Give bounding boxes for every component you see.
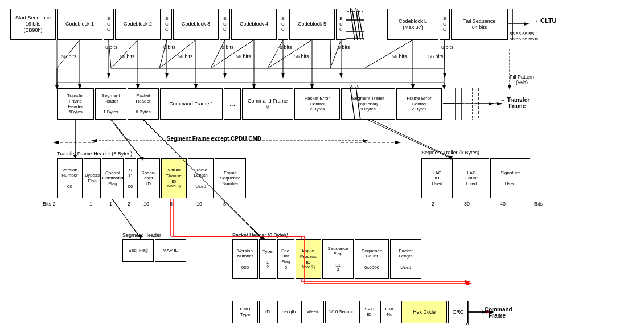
bits-scid: 10 [143, 201, 149, 207]
codeblock1-label: Codeblock 1 [65, 21, 94, 27]
cf-svc-id-box: SVCID [359, 301, 379, 323]
pkt-header-box: PacketHeader6 Bytes [128, 88, 159, 120]
8bits-label-6: 8 bits [441, 44, 454, 50]
tail-sequence-box: Tail Sequence64 bits [451, 9, 508, 40]
svg-line-116 [356, 8, 360, 40]
svg-marker-33 [489, 102, 494, 105]
segment-frame-label: ← Segment Frame except CPDU CMD [125, 136, 300, 142]
diagram: Start Sequence16 bits(EB90h) Codeblock 1… [0, 0, 644, 332]
ecc3-box: ECC [220, 9, 230, 40]
frame-seq-num-box: FrameSequenceNumber [215, 158, 246, 198]
pkt-header-section-title: Packet Header (6 Bytes) [232, 232, 288, 238]
virtual-channel-id-box: VirtualChannelIDNote 1) [161, 158, 187, 198]
start-sequence-box: Start Sequence16 bits(EB90h) [10, 9, 56, 40]
svg-line-83 [330, 40, 331, 68]
cf-tenth-box: 1/10 Second [325, 301, 358, 323]
bits-ccf: 1 [109, 201, 112, 207]
dots-box: ... [224, 88, 241, 120]
bits-vcid: 6 [170, 201, 173, 207]
56bits-label-4: 56 bits [236, 54, 251, 59]
control-cmd-flag-box: ControlCommandFlag [102, 158, 124, 198]
bits-fsn: 8 [223, 201, 226, 207]
seg-trailer-box: Segment Trailer(optional)9 Bytes [341, 88, 395, 120]
bits-fl: 10 [196, 201, 202, 207]
cf-week-box: Week [301, 301, 324, 323]
svg-marker-36 [91, 139, 97, 142]
bits-sig: 40 [500, 201, 506, 207]
ph-type-box: Type12 [259, 239, 276, 279]
frame-length-box: FrameLengthUsed [188, 158, 214, 198]
bits-bypass: 1 [89, 201, 92, 207]
bits-lac-count: 30 [464, 201, 470, 207]
bits-label-header: Bits 2 [43, 201, 56, 207]
ecc2-box: ECC [162, 9, 172, 40]
svg-marker-17 [107, 73, 110, 79]
8bits-label-3: 8 bits [221, 44, 234, 50]
ecc4-box: ECC [278, 9, 288, 40]
ph-version-box: VersionNumber000 [232, 239, 258, 279]
bits-lac-id: 2 [432, 201, 434, 207]
svg-marker-111 [466, 282, 472, 285]
ph-pkt-length-box: PacketLengthUsed [390, 239, 421, 279]
svg-marker-96 [395, 141, 401, 144]
svg-line-63 [358, 9, 363, 40]
cmd-frameM-box: Command FrameM [242, 88, 293, 120]
cf-cmd-type-box: CMDType [232, 301, 258, 323]
cltu-label: → CLTU [532, 17, 557, 24]
svg-line-46 [112, 199, 140, 236]
frame-error-box: Frame ErrorControl2 Bytes [396, 88, 442, 120]
svg-line-115 [350, 8, 355, 40]
codeblock1-box: Codeblock 1 [57, 9, 102, 40]
svg-line-105 [113, 199, 140, 237]
fill-pattern-label: Fill Pattern(55h) [510, 74, 534, 85]
cf-id-box: ID [259, 301, 276, 323]
svg-line-62 [352, 9, 358, 40]
lac-count-used-box: LACCountUsed [454, 158, 489, 198]
tf-header-section-title: Transfer Frame Header (5 Bytes) [57, 151, 132, 157]
8bits-label-2: 8 bits [163, 44, 176, 50]
56bits-label-1: 56 bits [61, 54, 77, 59]
56bits-label-5: 56 bits [294, 54, 309, 59]
seg-header-section-title: Segment Header [122, 232, 161, 238]
56bits-label-7: 56 bits [428, 54, 444, 59]
cf-crc-box: CRC [448, 301, 468, 323]
ecc5-box: ECC [336, 9, 346, 40]
svg-marker-25 [339, 73, 343, 79]
seg-header-box: SegmentHeader1 Bytes [95, 88, 126, 120]
codeblock3-box: Codeblock 3 [173, 9, 219, 40]
56bits-label-2: 56 bits [120, 54, 135, 59]
fill-pattern-value: 55 55 55 5555 55 55 55 h [510, 31, 538, 42]
56bits-label-6: 56 bits [392, 54, 407, 59]
tf-header-box: TransferFrameHeader5Bytes [57, 88, 94, 120]
cf-hex-code-box: Hex Code [401, 301, 447, 323]
svg-marker-23 [281, 73, 285, 79]
cf-cmd-no-box: CMDNo. [380, 301, 400, 323]
codeblock2-box: Codeblock 2 [115, 9, 161, 40]
8bits-label-5: 8 bits [338, 44, 350, 50]
cf-length-box: Length [277, 301, 300, 323]
8bits-label-4: 8 bits [280, 44, 292, 50]
ph-seq-count-box: SequenceCount0x0000 [355, 239, 389, 279]
svg-marker-3 [524, 22, 530, 26]
codeblock4-box: Codeblock 4 [231, 9, 277, 40]
seq-flag-box: Seq. Flag [122, 239, 154, 262]
signature-box: SignatureUsed [490, 158, 530, 198]
eccL-box: ECC [440, 9, 450, 40]
codeblockL-box: Codeblock L(Max.37) [387, 9, 438, 40]
pkt-error-box: Packet ErrorControl2 Bytes [294, 88, 340, 120]
svg-marker-52 [465, 280, 471, 284]
spacecraft-id-box: Space-craftID [137, 158, 160, 198]
8bits-label-1: 8 bits [105, 44, 118, 50]
command-frame-label: → Command Frame [477, 306, 512, 319]
svg-marker-21 [223, 73, 227, 79]
ph-sec-hdr-box: Sec.Hdr.Flag0 [277, 239, 294, 279]
seg-trailer-section-title: Segment Trailer (9 Bytes) [421, 150, 479, 155]
lac-id-used-box: LACIDUsed [421, 158, 453, 198]
ph-seq-flag-box: SequenceFlag112 [322, 239, 354, 279]
transfer-frame-label: → Transfer Frame [500, 97, 530, 109]
bits-label-end: Bits [534, 201, 543, 207]
svg-marker-37 [363, 139, 368, 142]
codeblock5-box: Codeblock 5 [289, 9, 335, 40]
svg-marker-27 [443, 73, 446, 79]
svg-marker-94 [53, 141, 59, 144]
